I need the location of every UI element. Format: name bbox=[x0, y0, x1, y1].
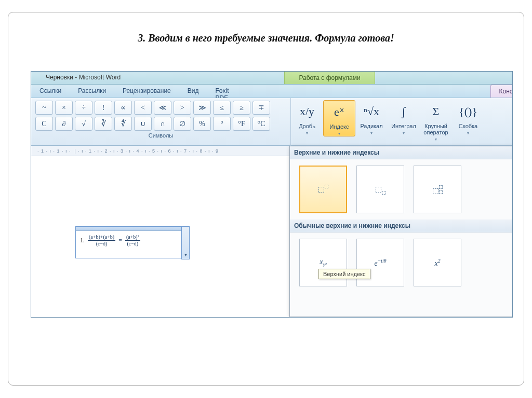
gallery-item-subscript[interactable] bbox=[356, 166, 404, 213]
symbol-button[interactable]: ∓ bbox=[252, 101, 270, 115]
symbol-button[interactable]: C bbox=[35, 117, 53, 131]
symbol-button[interactable]: × bbox=[55, 101, 73, 115]
index-gallery: Верхние и нижние индексы Обычные верхние… bbox=[289, 146, 513, 317]
structure-label: Крупный оператор bbox=[421, 122, 451, 137]
symbol-button[interactable]: ! bbox=[95, 101, 112, 115]
symbol-button[interactable]: √ bbox=[75, 117, 92, 131]
symbol-button[interactable]: ≫ bbox=[193, 101, 211, 115]
gallery-item-supsub[interactable] bbox=[414, 166, 461, 213]
tab-view[interactable]: Вид bbox=[179, 85, 207, 98]
gallery-item-xy2[interactable]: xy² bbox=[299, 239, 347, 286]
gallery-header-1: Верхние и нижние индексы bbox=[290, 146, 512, 159]
ribbon-tabs: Ссылки Рассылки Рецензирование Вид Foxit… bbox=[31, 85, 512, 98]
symbol-button[interactable]: ∅ bbox=[174, 117, 191, 131]
symbol-button[interactable]: ∩ bbox=[154, 117, 171, 131]
symbol-button[interactable]: ∛ bbox=[95, 117, 112, 131]
eq-lhs-num: (a+b)+(a+b) bbox=[88, 234, 115, 241]
equation-content: 1. (a+b)+(a+b) (c−d) = (a+b)² (c−d) bbox=[76, 231, 189, 247]
title-bar: Черновки - Microsoft Word Работа с форму… bbox=[31, 72, 512, 85]
symbol-button[interactable]: ° bbox=[213, 117, 231, 131]
gallery-item-x2[interactable]: x2 bbox=[414, 239, 461, 286]
tab-mailings[interactable]: Рассылки bbox=[70, 85, 114, 98]
tab-review[interactable]: Рецензирование bbox=[114, 85, 179, 98]
symbol-button[interactable]: ∝ bbox=[114, 101, 132, 115]
symbol-button[interactable]: % bbox=[193, 117, 211, 131]
tooltip-superscript: Верхний индекс bbox=[318, 269, 370, 279]
equation-dropdown[interactable]: ▾ bbox=[181, 226, 190, 259]
structure-label: Интеграл bbox=[389, 122, 419, 131]
symbols-group: ~×÷!∝<≪>≫≤≥∓ C∂√∛∜∪∩∅%°°F°C Символы bbox=[31, 98, 291, 146]
structure-icon: eˣ bbox=[325, 102, 354, 122]
equation-object[interactable]: ▾ 1. (a+b)+(a+b) (c−d) = (a+b)² (c−d) bbox=[75, 226, 190, 258]
structure-icon: x/y bbox=[292, 101, 322, 122]
chevron-down-icon: ▾ bbox=[389, 131, 419, 135]
chevron-down-icon: ▾ bbox=[421, 137, 451, 142]
chevron-down-icon: ▾ bbox=[292, 131, 322, 135]
structure-label: Индекс bbox=[325, 122, 354, 131]
tab-constructor[interactable]: Конструктор bbox=[490, 85, 513, 98]
ribbon: ~×÷!∝<≪>≫≤≥∓ C∂√∛∜∪∩∅%°°F°C Символы x/yД… bbox=[31, 98, 512, 146]
word-window: Черновки - Microsoft Word Работа с форму… bbox=[31, 71, 513, 318]
gallery-item-superscript[interactable] bbox=[299, 166, 347, 213]
symbol-button[interactable]: ∪ bbox=[134, 117, 152, 131]
structure-крупный оператор[interactable]: ΣКрупный оператор▾ bbox=[420, 100, 452, 142]
chevron-down-icon: ▾ bbox=[356, 131, 387, 135]
structure-icon: ⁿ√x bbox=[356, 101, 387, 122]
structure-дробь[interactable]: x/yДробь▾ bbox=[291, 100, 323, 135]
symbol-button[interactable]: ∜ bbox=[114, 117, 132, 131]
eq-rhs-den: (c−d) bbox=[126, 241, 139, 247]
structure-интеграл[interactable]: ∫Интеграл▾ bbox=[388, 100, 420, 135]
structure-скобка[interactable]: {()}Скобка▾ bbox=[452, 100, 484, 135]
structure-icon: {()} bbox=[453, 101, 483, 122]
window-title: Черновки - Microsoft Word bbox=[46, 74, 121, 81]
slide-title: 3. Вводим в него требуемые значения. Фор… bbox=[8, 12, 524, 56]
chevron-down-icon: ▾ bbox=[453, 131, 483, 135]
list-number: 1. bbox=[80, 237, 85, 244]
chevron-down-icon: ▾ bbox=[325, 131, 354, 136]
structure-icon: Σ bbox=[421, 101, 451, 122]
eq-rhs-num: (a+b)² bbox=[125, 234, 140, 241]
symbol-button[interactable]: ≥ bbox=[233, 101, 250, 115]
symbols-group-label: Символы bbox=[31, 132, 290, 139]
structure-радикал[interactable]: ⁿ√xРадикал▾ bbox=[355, 100, 388, 135]
structure-label: Радикал bbox=[356, 122, 387, 131]
symbol-button[interactable]: °C bbox=[252, 117, 270, 131]
symbol-button[interactable]: ≪ bbox=[154, 101, 171, 115]
eq-lhs-den: (c−d) bbox=[95, 241, 109, 247]
symbol-button[interactable]: > bbox=[174, 101, 191, 115]
structure-label: Скобка bbox=[453, 122, 483, 131]
symbol-button[interactable]: ∂ bbox=[55, 117, 73, 131]
eq-equals: = bbox=[118, 237, 122, 244]
symbol-button[interactable]: ~ bbox=[35, 101, 53, 115]
gallery-item-etheta[interactable]: e−tiθ bbox=[356, 239, 404, 286]
structure-icon: ∫ bbox=[389, 101, 419, 122]
symbol-button[interactable]: < bbox=[134, 101, 152, 115]
structure-индекс[interactable]: eˣИндекс▾ bbox=[323, 100, 355, 136]
symbol-button[interactable]: °F bbox=[233, 117, 250, 131]
structure-label: Дробь bbox=[292, 122, 322, 131]
gallery-header-2: Обычные верхние и нижние индексы bbox=[290, 219, 512, 232]
contextual-tab-title: Работа с формулами bbox=[284, 72, 375, 84]
symbol-button[interactable]: ÷ bbox=[75, 101, 92, 115]
tab-references[interactable]: Ссылки bbox=[31, 85, 70, 98]
equation-handle[interactable] bbox=[76, 227, 189, 231]
tab-foxit[interactable]: Foxit PDF bbox=[207, 85, 237, 98]
symbol-button[interactable]: ≤ bbox=[213, 101, 231, 115]
structures-group: x/yДробь▾eˣИндекс▾ⁿ√xРадикал▾∫Интеграл▾Σ… bbox=[291, 98, 512, 146]
